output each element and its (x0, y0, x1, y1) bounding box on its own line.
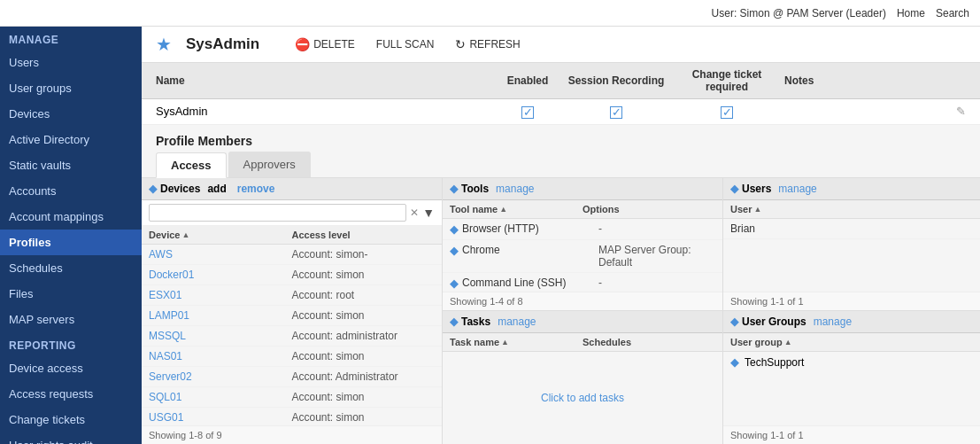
session-checkbox[interactable] (610, 106, 622, 119)
col-access[interactable]: Access level (292, 230, 436, 240)
col-device[interactable]: Device ▲ (149, 230, 292, 240)
tool-chrome-options: MAP Server Group: Default (598, 244, 715, 269)
col-tool-name-label: Tool name (450, 204, 498, 214)
device-row-usg01: USG01 Account: simon (142, 408, 442, 425)
sidebar-item-user-rights-audit[interactable]: User rights audit (0, 432, 142, 444)
col-change: Change ticket required (669, 68, 784, 93)
sidebar-item-schedules[interactable]: Schedules (0, 255, 142, 281)
add-link[interactable]: add (207, 183, 226, 195)
user-info: User: Simon @ PAM Server (Leader) (712, 7, 886, 19)
table-header: Name Enabled Session Recording Change ti… (142, 63, 980, 99)
sidebar-item-active-directory[interactable]: Active Directory (0, 127, 142, 152)
device-row-aws: AWS Account: simon- (142, 245, 442, 265)
center-panel: ◆ Tools manage Tool name ▲ Options (443, 178, 723, 444)
device-name-aws[interactable]: AWS (149, 248, 292, 261)
tab-access[interactable]: Access (156, 152, 227, 178)
sidebar-item-devices[interactable]: Devices (0, 101, 142, 127)
tab-approvers[interactable]: Approvers (228, 152, 311, 177)
col-access-label: Access level (292, 230, 351, 240)
device-name-esx01[interactable]: ESX01 (149, 289, 292, 301)
tools-manage-link[interactable]: manage (496, 183, 534, 195)
device-access-lamp01: Account: simon (292, 309, 436, 322)
row-enabled (492, 105, 563, 119)
device-name-server02[interactable]: Server02 (149, 370, 292, 383)
device-name-docker01[interactable]: Docker01 (149, 269, 292, 281)
click-to-add-tasks[interactable]: Click to add tasks (523, 374, 642, 422)
sidebar-item-user-groups[interactable]: User groups (0, 75, 142, 101)
device-name-mssql[interactable]: MSSQL (149, 330, 292, 342)
header-actions: ⛔ DELETE FULL SCAN ↻ REFRESH (291, 35, 524, 53)
col-tool-name[interactable]: Tool name ▲ (450, 204, 583, 214)
users-manage-link[interactable]: manage (778, 183, 816, 195)
tools-col-headers: Tool name ▲ Options (443, 200, 722, 219)
user-group-icon-techsupport: ◆ (730, 355, 739, 369)
sidebar-item-profiles[interactable]: Profiles (0, 230, 142, 255)
user-group-sort-icon: ▲ (784, 338, 792, 347)
sidebar-item-map-servers[interactable]: MAP servers (0, 307, 142, 332)
col-options[interactable]: Options (583, 204, 715, 214)
delete-icon: ⛔ (295, 37, 310, 51)
device-row-nas01: NAS01 Account: simon (142, 347, 442, 367)
device-search-input[interactable] (149, 204, 406, 222)
device-name-nas01[interactable]: NAS01 (149, 350, 292, 362)
col-task-name-label: Task name (450, 337, 499, 347)
tools-title: Tools (461, 183, 489, 195)
home-link[interactable]: Home (897, 7, 925, 19)
search-link[interactable]: Search (936, 7, 969, 19)
col-user-group-label: User group (730, 337, 783, 347)
search-clear-icon[interactable]: ✕ (410, 206, 419, 219)
sidebar-item-account-mappings[interactable]: Account mappings (0, 204, 142, 230)
search-row: ✕ ▼ (142, 200, 442, 226)
col-name: Name (156, 74, 492, 87)
ssh-icon: ◆ (450, 277, 459, 290)
device-access-mssql: Account: administrator (292, 330, 436, 342)
tool-chrome-name: Chrome (462, 244, 595, 269)
filter-icon[interactable]: ▼ (422, 206, 435, 220)
col-task-name[interactable]: Task name ▲ (450, 337, 583, 347)
change-checkbox[interactable] (721, 106, 733, 119)
delete-button[interactable]: ⛔ DELETE (291, 35, 359, 53)
col-schedules-label: Schedules (583, 337, 631, 347)
device-col-headers: Device ▲ Access level (142, 226, 442, 245)
sidebar-item-change-tickets[interactable]: Change tickets (0, 407, 142, 432)
remove-link[interactable]: remove (237, 183, 275, 195)
device-name-lamp01[interactable]: LAMP01 (149, 309, 292, 322)
sidebar-item-accounts[interactable]: Accounts (0, 178, 142, 204)
tasks-manage-link[interactable]: manage (498, 315, 536, 328)
refresh-icon: ↻ (455, 37, 466, 51)
refresh-label: REFRESH (469, 38, 520, 51)
col-user[interactable]: User ▲ (730, 204, 973, 214)
sidebar-item-device-access[interactable]: Device access (0, 355, 142, 381)
device-access-esx01: Account: root (292, 289, 436, 301)
edit-icon[interactable]: ✎ (956, 105, 966, 118)
sysadmin-row: SysAdmin ✎ (142, 99, 980, 125)
sidebar-item-access-requests[interactable]: Access requests (0, 381, 142, 407)
browser-icon: ◆ (450, 222, 459, 236)
devices-panel-header: ◆ Devices add remove (142, 178, 442, 200)
sidebar-item-static-vaults[interactable]: Static vaults (0, 152, 142, 178)
full-scan-button[interactable]: FULL SCAN (373, 36, 438, 52)
tasks-col-headers: Task name ▲ Schedules (443, 333, 722, 352)
star-icon[interactable]: ★ (156, 34, 172, 55)
users-footer: Showing 1-1 of 1 (723, 292, 980, 310)
device-access-sql01: Account: simon (292, 391, 436, 403)
col-schedules[interactable]: Schedules (583, 337, 715, 347)
col-user-group[interactable]: User group ▲ (730, 337, 973, 347)
enabled-checkbox[interactable] (521, 106, 534, 119)
task-sort-icon: ▲ (501, 338, 509, 347)
sidebar-item-files[interactable]: Files (0, 281, 142, 307)
device-name-sql01[interactable]: SQL01 (149, 391, 292, 403)
device-name-usg01[interactable]: USG01 (149, 411, 292, 424)
user-groups-col-headers: User group ▲ (723, 333, 980, 352)
users-panel-header: ◆ Users manage (723, 178, 980, 200)
delete-label: DELETE (313, 38, 355, 51)
top-bar: User: Simon @ PAM Server (Leader) Home S… (0, 0, 980, 27)
tool-row-chrome: ◆ Chrome MAP Server Group: Default (443, 240, 722, 273)
tasks-empty: Click to add tasks (443, 352, 722, 444)
user-groups-manage-link[interactable]: manage (814, 315, 852, 328)
sidebar-item-users[interactable]: Users (0, 50, 142, 75)
tool-browser-options: - (598, 222, 715, 236)
chrome-icon: ◆ (450, 244, 459, 269)
refresh-button[interactable]: ↻ REFRESH (451, 35, 523, 53)
reporting-section-label: Reporting (0, 332, 142, 355)
